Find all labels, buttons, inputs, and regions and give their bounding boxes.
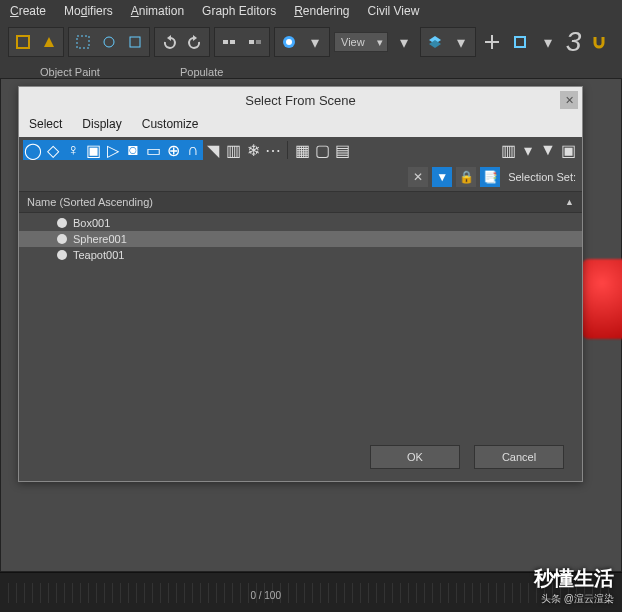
svg-marker-14 [429,40,441,48]
filter-hidden-icon[interactable]: ❄ [243,140,263,160]
settings-icon[interactable]: ▣ [558,140,578,160]
dialog-footer: OK Cancel [19,433,582,481]
sort-indicator-icon: ▲ [565,197,574,207]
viewport-object [581,259,622,339]
clear-search-icon[interactable]: ✕ [408,167,428,187]
dialog-menu-display[interactable]: Display [82,117,121,131]
dialog-title: Select From Scene [245,93,356,108]
svg-rect-8 [230,40,235,44]
chevron-down-icon[interactable]: ▾ [303,30,327,54]
list-item[interactable]: Sphere001 [19,231,582,247]
list-header[interactable]: Name (Sorted Ascending) ▲ [19,191,582,213]
chevron-down-icon[interactable]: ▾ [536,30,560,54]
list-item-label: Teapot001 [73,249,124,261]
unlink-icon[interactable] [243,30,267,54]
filter-helpers-icon[interactable]: ▷ [103,140,123,160]
geometry-dot-icon [57,218,67,228]
collapse-icon[interactable]: ▾ [518,140,538,160]
svg-marker-1 [44,37,54,47]
select-rect-icon[interactable] [71,30,95,54]
menu-graph-editors[interactable]: Graph Editors [202,4,276,18]
display-invert-icon[interactable]: ▤ [332,140,352,160]
undo-icon[interactable] [157,30,181,54]
filter-spacewarps-icon[interactable]: ◙ [123,140,143,160]
list-item-label: Box001 [73,217,110,229]
display-all-icon[interactable]: ▦ [292,140,312,160]
find-icon[interactable]: ▼ [432,167,452,187]
lock-icon[interactable]: 🔒 [456,167,476,187]
snap-digit[interactable]: 3 [564,26,584,58]
dialog-menu-customize[interactable]: Customize [142,117,199,131]
menu-create[interactable]: CCreatereate [10,4,46,18]
filter-geometry-icon[interactable]: ◯ [23,140,43,160]
svg-rect-4 [130,37,140,47]
move-icon[interactable] [480,30,504,54]
svg-point-12 [286,39,292,45]
chevron-down-icon[interactable]: ▾ [392,30,416,54]
paint-icon[interactable] [11,30,35,54]
close-icon[interactable]: ✕ [560,91,578,109]
link-icon[interactable] [217,30,241,54]
redo-icon[interactable] [183,30,207,54]
cancel-button[interactable]: Cancel [474,445,564,469]
dialog-titlebar: Select From Scene ✕ [19,87,582,113]
svg-rect-15 [515,37,525,47]
menu-modifiers[interactable]: Modifiers [64,4,113,18]
select-lasso-icon[interactable] [97,30,121,54]
menu-animation[interactable]: Animation [131,4,184,18]
object-list: Box001 Sphere001 Teapot001 [19,213,582,433]
chevron-down-icon[interactable]: ▾ [449,30,473,54]
filter-bones-icon[interactable]: ∩ [183,140,203,160]
main-toolbar: ▾ View ▾ ▾ ▾ 3 [0,24,622,64]
svg-rect-2 [77,36,89,48]
object-paint-label: Object Paint [40,66,100,78]
svg-rect-9 [249,40,254,44]
dialog-menubar: Select Display Customize [19,113,582,137]
list-item-label: Sphere001 [73,233,127,245]
ok-button[interactable]: OK [370,445,460,469]
filter-lights-icon[interactable]: ♀ [63,140,83,160]
list-item[interactable]: Teapot001 [19,247,582,263]
filter-toolbar: ◯ ◇ ♀ ▣ ▷ ◙ ▭ ⊕ ∩ ◥ ▥ ❄ ⋯ ▦ ▢ ▤ ▥ ▾ ▼ ▣ [19,137,582,163]
svg-rect-7 [223,40,228,44]
list-item[interactable]: Box001 [19,215,582,231]
filter-frozen-icon[interactable]: ▥ [223,140,243,160]
filter-xrefs-icon[interactable]: ⊕ [163,140,183,160]
timeline[interactable]: 0 / 100 [0,572,622,612]
timeline-ticks[interactable]: 0 / 100 [8,583,614,603]
frame-icon[interactable] [508,30,532,54]
selection-set-label: Selection Set: [508,171,576,183]
menu-rendering[interactable]: Rendering [294,4,349,18]
fill-icon[interactable] [37,30,61,54]
layers-icon[interactable] [423,30,447,54]
select-from-scene-dialog: Select From Scene ✕ Select Display Custo… [18,86,583,482]
expand-icon[interactable]: ▥ [498,140,518,160]
columns-icon[interactable]: ▼ [538,140,558,160]
filter-groups-icon[interactable]: ▭ [143,140,163,160]
display-none-icon[interactable]: ▢ [312,140,332,160]
filter-misc-icon[interactable]: ⋯ [263,140,283,160]
geometry-dot-icon [57,234,67,244]
svg-point-3 [104,37,114,47]
frame-readout: 0 / 100 [250,590,281,601]
geometry-dot-icon [57,250,67,260]
magnet-icon[interactable] [587,30,611,54]
select-brush-icon[interactable] [123,30,147,54]
svg-rect-10 [256,40,261,44]
menu-civil-view[interactable]: Civil View [368,4,420,18]
search-bar: ✕ ▼ 🔒 📑 Selection Set: [19,163,582,191]
svg-marker-5 [167,35,171,41]
list-header-name: Name (Sorted Ascending) [27,196,153,208]
bookmark-icon[interactable]: 📑 [480,167,500,187]
render-icon[interactable] [277,30,301,54]
view-dropdown[interactable]: View [334,32,388,52]
main-menubar: CCreatereate Modifiers Animation Graph E… [0,0,622,24]
svg-rect-0 [17,36,29,48]
filter-cameras-icon[interactable]: ▣ [83,140,103,160]
svg-marker-6 [193,35,197,41]
filter-container-icon[interactable]: ◥ [203,140,223,160]
filter-shapes-icon[interactable]: ◇ [43,140,63,160]
dialog-menu-select[interactable]: Select [29,117,62,131]
populate-label: Populate [180,66,223,78]
